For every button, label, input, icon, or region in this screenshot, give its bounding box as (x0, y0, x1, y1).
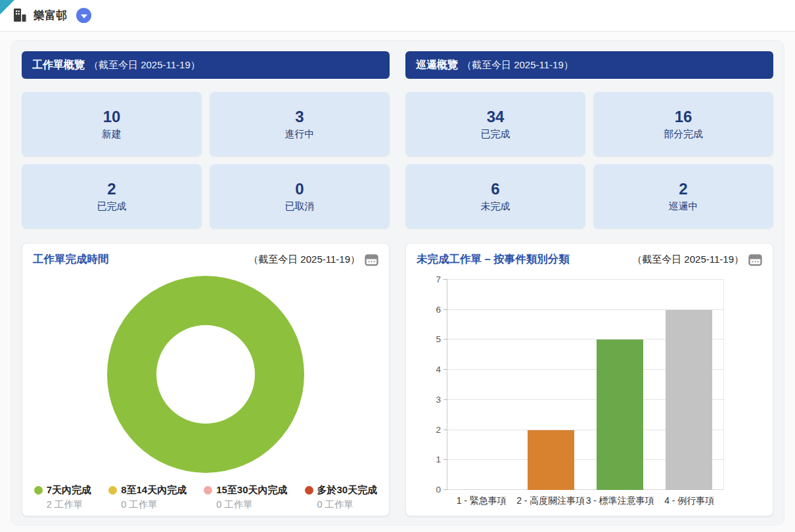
legend-count: 2 工作單 (47, 499, 91, 511)
site-name: 樂富邨 (34, 8, 67, 23)
y-axis-tick-label: 6 (429, 305, 441, 315)
work-order-panel: 工作單概覽 （截至今日 2025-11-19） 10 新建 3 進行中 2 已完… (22, 51, 390, 516)
legend-dot-icon (108, 486, 117, 495)
donut-chart (107, 276, 304, 473)
y-axis-tick-label: 1 (429, 454, 441, 464)
x-axis-category-label: 3 - 標準注意事項 (585, 495, 655, 507)
topbar: 樂富邨 (0, 0, 795, 32)
stat-label: 巡邏中 (669, 200, 698, 213)
site-dropdown-button[interactable] (76, 8, 91, 23)
work-order-stats: 10 新建 3 進行中 2 已完成 0 已取消 (22, 92, 390, 229)
stat-value: 2 (679, 180, 687, 198)
stat-label: 部分完成 (664, 128, 703, 141)
legend-dot-icon (305, 486, 313, 495)
stat-card-cancelled: 0 已取消 (210, 164, 390, 229)
stat-value: 0 (295, 180, 304, 198)
legend-label: 多於30天完成 (317, 484, 378, 497)
donut-chart-card: 工作單完成時間 （截至今日 2025-11-19） (22, 243, 390, 516)
donut-legend: 7天內完成2 工作單8至14天內完成0 工作單15至30天內完成0 工作單多於3… (33, 484, 378, 511)
stat-card-patrol-completed: 34 已完成 (405, 92, 585, 156)
calendar-icon (748, 254, 762, 266)
bar-chart: 01234567 (447, 280, 724, 490)
bar-x-axis-labels: 1 - 緊急事項2 - 高度關注事項3 - 標準注意事項4 - 例行事項 (447, 495, 724, 507)
x-axis-category-label: 2 - 高度關注事項 (516, 495, 586, 507)
donut-legend-item[interactable]: 15至30天內完成0 工作單 (204, 484, 287, 511)
legend-count: 0 工作單 (121, 499, 187, 511)
legend-count: 0 工作單 (216, 499, 287, 511)
corner-ribbon (0, 0, 14, 14)
x-axis-category-label: 4 - 例行事項 (655, 495, 725, 507)
calendar-button[interactable] (365, 254, 378, 266)
stat-card-partially-completed: 16 部分完成 (593, 92, 773, 156)
dashboard-container: 工作單概覽 （截至今日 2025-11-19） 10 新建 3 進行中 2 已完… (11, 40, 784, 525)
panel-date-note: （截至今日 2025-11-19） (89, 59, 200, 72)
y-axis-tick-label: 2 (429, 425, 441, 435)
stat-value: 16 (675, 108, 693, 126)
panel-date-note: （截至今日 2025-11-19） (462, 59, 574, 72)
stat-label: 新建 (102, 128, 122, 141)
patrol-panel-header: 巡邏概覽 （截至今日 2025-11-19） (405, 51, 773, 79)
chart-date-note: （截至今日 2025-11-19） (632, 254, 744, 266)
stat-value: 3 (295, 108, 304, 126)
stat-card-new: 10 新建 (22, 92, 202, 156)
bar (666, 310, 712, 490)
chart-date-note: （截至今日 2025-11-19） (248, 254, 360, 266)
y-axis-tick-label: 7 (429, 275, 441, 284)
panel-title: 巡邏概覽 (416, 58, 458, 72)
chevron-down-icon (81, 14, 87, 18)
legend-label: 7天內完成 (47, 484, 91, 497)
stat-label: 進行中 (285, 128, 315, 141)
donut-legend-item[interactable]: 多於30天完成0 工作單 (305, 484, 378, 511)
stat-label: 已完成 (97, 200, 127, 213)
stat-value: 6 (491, 180, 499, 198)
panel-title: 工作單概覽 (32, 58, 85, 72)
y-axis-tick-label: 4 (429, 365, 441, 374)
stat-card-incomplete: 6 未完成 (405, 164, 585, 229)
legend-count: 0 工作單 (317, 499, 378, 511)
bar (597, 340, 643, 490)
donut-hole (156, 325, 255, 424)
y-axis-tick-label: 5 (429, 334, 441, 344)
y-axis-tick-label: 0 (429, 485, 441, 495)
legend-dot-icon (204, 486, 212, 495)
stat-label: 已取消 (285, 200, 315, 213)
chart-title: 工作單完成時間 (33, 252, 109, 267)
calendar-icon (365, 254, 378, 266)
stat-value: 10 (103, 108, 121, 126)
patrol-stats: 34 已完成 16 部分完成 6 未完成 2 巡邏中 (405, 92, 773, 229)
stat-value: 34 (487, 108, 505, 126)
bar (528, 430, 574, 490)
legend-label: 8至14天內完成 (121, 484, 187, 497)
stat-card-patrolling: 2 巡邏中 (593, 164, 773, 229)
patrol-panel: 巡邏概覽 （截至今日 2025-11-19） 34 已完成 16 部分完成 6 … (405, 51, 773, 516)
bar-plot-area: 01234567 (447, 280, 724, 490)
bar-chart-card: 未完成工作單 – 按事件類別分類 （截至今日 2025-11-19） (405, 243, 773, 516)
work-order-panel-header: 工作單概覽 （截至今日 2025-11-19） (22, 51, 390, 79)
donut-legend-item[interactable]: 7天內完成2 工作單 (34, 484, 91, 511)
stat-label: 已完成 (481, 128, 511, 141)
legend-label: 15至30天內完成 (216, 484, 287, 497)
stat-card-completed: 2 已完成 (22, 164, 202, 229)
x-axis-category-label: 1 - 緊急事項 (447, 495, 516, 507)
calendar-button[interactable] (748, 254, 762, 266)
stat-card-in-progress: 3 進行中 (210, 92, 390, 156)
legend-dot-icon (34, 486, 43, 495)
stat-label: 未完成 (481, 200, 511, 213)
y-axis-tick-label: 3 (429, 395, 441, 405)
stat-value: 2 (107, 180, 116, 198)
chart-title: 未完成工作單 – 按事件類別分類 (417, 252, 570, 267)
donut-legend-item[interactable]: 8至14天內完成0 工作單 (108, 484, 187, 511)
